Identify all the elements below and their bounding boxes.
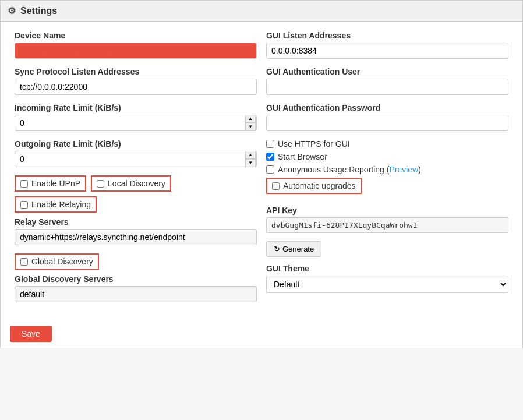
enable-upnp-wrapper: Enable UPnP [15, 175, 86, 192]
enable-relaying-checkbox[interactable] [20, 201, 28, 209]
gui-listen-label: GUI Listen Addresses [266, 31, 508, 40]
enable-upnp-label[interactable]: Enable UPnP [31, 179, 80, 188]
global-discovery-label[interactable]: Global Discovery [31, 257, 93, 266]
outgoing-rate-label: Outgoing Rate Limit (KiB/s) [15, 139, 257, 149]
api-key-group: API Key [266, 206, 508, 233]
device-name-label: Device Name [15, 31, 257, 40]
anon-usage-row: Anonymous Usage Reporting (Preview) [266, 165, 508, 174]
global-discovery-checkbox[interactable] [20, 258, 28, 266]
gui-listen-group: GUI Listen Addresses [266, 31, 508, 59]
settings-body: Device Name Sync Protocol Listen Address… [1, 22, 522, 320]
sync-protocol-label: Sync Protocol Listen Addresses [15, 67, 257, 76]
incoming-rate-label: Incoming Rate Limit (KiB/s) [15, 103, 257, 112]
preview-link[interactable]: Preview [389, 165, 418, 174]
gui-listen-input[interactable] [266, 43, 508, 59]
anon-usage-checkbox[interactable] [266, 165, 274, 174]
settings-title: Settings [20, 6, 57, 16]
incoming-rate-group: Incoming Rate Limit (KiB/s) ▲ ▼ [15, 103, 257, 131]
right-column: GUI Listen Addresses GUI Authentication … [262, 31, 513, 310]
use-https-checkbox[interactable] [266, 140, 274, 148]
generate-label: Generate [282, 245, 314, 253]
enable-relaying-row: Enable Relaying [15, 196, 257, 213]
gui-theme-select[interactable]: Default Dark Black [266, 276, 508, 293]
bottom-bar: Save [1, 320, 522, 348]
gui-auth-pass-group: GUI Authentication Password [266, 103, 508, 131]
use-https-label[interactable]: Use HTTPS for GUI [278, 139, 350, 149]
auto-upgrades-wrapper: Automatic upgrades [266, 178, 362, 194]
anon-usage-label[interactable]: Anonymous Usage Reporting (Preview) [278, 165, 421, 174]
gui-theme-group: GUI Theme Default Dark Black [266, 264, 508, 293]
gui-auth-user-group: GUI Authentication User [266, 67, 508, 95]
enable-upnp-checkbox[interactable] [20, 180, 28, 188]
auto-upgrades-row: Automatic upgrades [266, 178, 508, 199]
global-discovery-row: Global Discovery [15, 253, 257, 270]
gui-auth-user-input[interactable] [266, 79, 508, 95]
relay-servers-label: Relay Servers [15, 217, 257, 227]
gui-auth-pass-label: GUI Authentication Password [266, 103, 508, 112]
incoming-rate-up[interactable]: ▲ [245, 115, 256, 123]
save-button[interactable]: Save [10, 326, 52, 342]
relay-servers-group: Relay Servers [15, 217, 257, 245]
start-browser-label[interactable]: Start Browser [278, 152, 327, 161]
outgoing-rate-down[interactable]: ▼ [245, 159, 256, 167]
outgoing-rate-group: Outgoing Rate Limit (KiB/s) ▲ ▼ [15, 139, 257, 167]
local-discovery-checkbox[interactable] [97, 180, 104, 188]
global-discovery-servers-label: Global Discovery Servers [15, 274, 257, 284]
api-key-label: API Key [266, 206, 508, 215]
api-key-input[interactable] [266, 217, 508, 233]
use-https-row: Use HTTPS for GUI [266, 139, 508, 149]
start-browser-checkbox[interactable] [266, 153, 274, 161]
incoming-rate-spinners: ▲ ▼ [245, 115, 256, 131]
local-discovery-label[interactable]: Local Discovery [108, 179, 165, 188]
sync-protocol-group: Sync Protocol Listen Addresses [15, 67, 257, 95]
settings-panel: ⚙ Settings Device Name Sync Protocol Lis… [0, 0, 523, 348]
auto-upgrades-label[interactable]: Automatic upgrades [283, 181, 356, 190]
outgoing-rate-wrapper: ▲ ▼ [15, 151, 257, 167]
device-name-input[interactable] [15, 43, 257, 59]
gear-icon: ⚙ [8, 5, 16, 16]
global-discovery-servers-group: Global Discovery Servers [15, 274, 257, 302]
relay-servers-input[interactable] [15, 229, 257, 245]
gui-auth-pass-input[interactable] [266, 115, 508, 131]
upnp-local-row: Enable UPnP Local Discovery [15, 175, 257, 192]
settings-header: ⚙ Settings [1, 1, 522, 22]
global-discovery-servers-input[interactable] [15, 286, 257, 302]
auto-upgrades-checkbox[interactable] [272, 182, 280, 190]
gui-theme-label: GUI Theme [266, 264, 508, 273]
enable-relaying-wrapper: Enable Relaying [15, 196, 97, 213]
refresh-icon: ↻ [274, 245, 280, 253]
left-column: Device Name Sync Protocol Listen Address… [10, 31, 262, 310]
device-name-group: Device Name [15, 31, 257, 59]
outgoing-rate-input[interactable] [15, 151, 257, 167]
incoming-rate-wrapper: ▲ ▼ [15, 115, 257, 131]
global-discovery-wrapper: Global Discovery [15, 253, 99, 270]
start-browser-row: Start Browser [266, 152, 508, 161]
outgoing-rate-up[interactable]: ▲ [245, 151, 256, 159]
generate-button[interactable]: ↻ Generate [266, 241, 321, 257]
incoming-rate-input[interactable] [15, 115, 257, 131]
enable-relaying-label[interactable]: Enable Relaying [31, 200, 91, 209]
outgoing-rate-spinners: ▲ ▼ [245, 151, 256, 167]
gui-auth-user-label: GUI Authentication User [266, 67, 508, 76]
incoming-rate-down[interactable]: ▼ [245, 123, 256, 131]
local-discovery-wrapper: Local Discovery [91, 175, 171, 192]
sync-protocol-input[interactable] [15, 79, 257, 95]
